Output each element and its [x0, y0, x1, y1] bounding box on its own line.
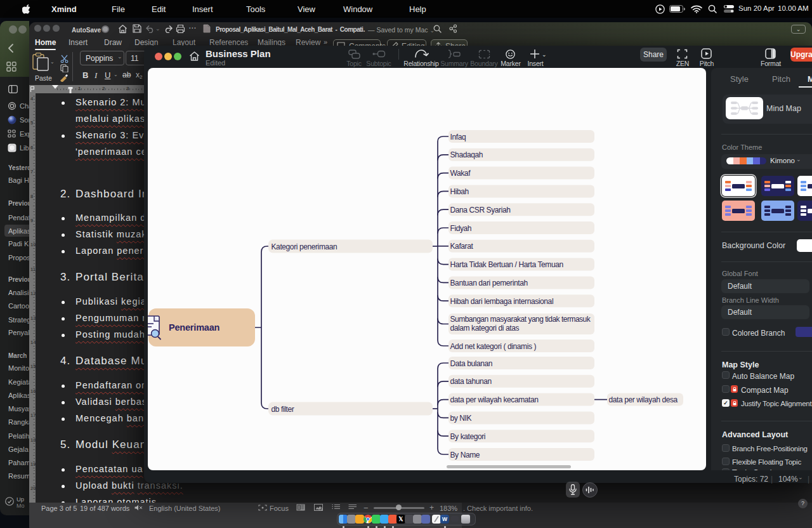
svg-text:Bantuan dari pemerintah: Bantuan dari pemerintah	[450, 279, 528, 287]
svg-text:Add net kategori ( dinamis ): Add net kategori ( dinamis )	[450, 342, 537, 351]
svg-text:Hibah dari lembaga internasion: Hibah dari lembaga internasional	[450, 297, 554, 306]
svg-text:Fidyah: Fidyah	[450, 224, 472, 233]
svg-text:db filter: db filter	[272, 405, 294, 414]
svg-text:Harta Tidak Bertuan / Harta Te: Harta Tidak Bertuan / Harta Temuan	[450, 260, 563, 269]
svg-text:dalam kategori di atas: dalam kategori di atas	[450, 324, 520, 333]
svg-text:data per wilayah kecamatan: data per wilayah kecamatan	[450, 395, 539, 404]
svg-text:Kategori penerimaan: Kategori penerimaan	[272, 242, 337, 251]
svg-text:Penerimaan: Penerimaan	[169, 322, 219, 333]
svg-text:Hibah: Hibah	[450, 187, 469, 196]
svg-text:by NIK: by NIK	[450, 414, 472, 423]
svg-text:Wakaf: Wakaf	[450, 169, 471, 178]
svg-text:Infaq: Infaq	[450, 133, 466, 142]
svg-text:Dana CSR Syariah: Dana CSR Syariah	[450, 206, 511, 214]
svg-text:data tahunan: data tahunan	[450, 377, 492, 386]
svg-text:Kafarat: Kafarat	[450, 242, 474, 251]
svg-text:By kategori: By kategori	[450, 432, 486, 441]
svg-text:Shadaqah: Shadaqah	[450, 150, 483, 159]
svg-text:Sumbangan masyarakat yang tida: Sumbangan masyarakat yang tidak termasuk	[450, 315, 591, 324]
svg-text:By Name: By Name	[450, 451, 480, 459]
svg-text:Data bulanan: Data bulanan	[450, 359, 493, 368]
svg-text:data per wilayah desa: data per wilayah desa	[609, 395, 678, 404]
